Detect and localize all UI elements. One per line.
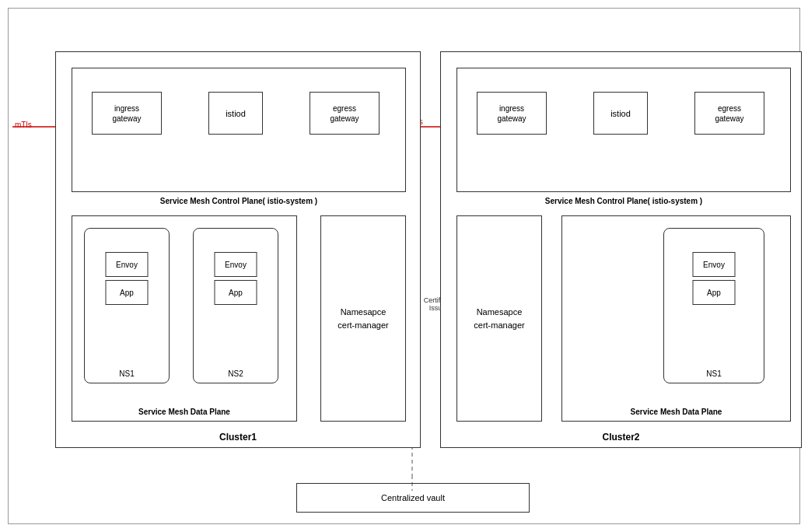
- cluster1-box: Cluster1 ingressgateway istiod egressgat…: [55, 51, 421, 448]
- cluster2-ns1-envoy-app: Envoy App: [693, 252, 736, 305]
- cluster1-cert-manager: Namesapcecert-manager: [320, 215, 406, 422]
- cluster1-data-plane-label: Service Mesh Data Plane: [138, 408, 230, 416]
- cluster1-ns2-app: App: [215, 280, 257, 305]
- cluster1-ns2-envoy-app: Envoy App: [215, 252, 257, 305]
- cluster1-ns1-app: App: [106, 280, 149, 305]
- cluster1-data-plane-box: Envoy App NS1 Envoy App NS2 Service Mesh…: [72, 215, 297, 422]
- cluster1-ns1-envoy-app: Envoy App: [106, 252, 149, 305]
- cluster1-ns1-envoy: Envoy: [106, 252, 149, 277]
- cluster2-control-plane-box: ingressgateway istiod egressgateway Serv…: [456, 68, 791, 192]
- cluster1-ns1-box: Envoy App NS1: [84, 228, 170, 383]
- cluster2-ingress-gateway: ingressgateway: [477, 92, 547, 135]
- cluster2-control-plane-label: Service Mesh Control Plane( istio-system…: [545, 197, 702, 205]
- cluster1-istiod: istiod: [208, 92, 263, 135]
- cluster2-ns1-label: NS1: [706, 369, 721, 378]
- cluster2-label: Cluster2: [602, 432, 639, 443]
- cluster1-label: Cluster1: [219, 432, 257, 443]
- cluster2-ns1-box: Envoy App NS1: [663, 228, 764, 383]
- cluster1-ingress-gateway: ingressgateway: [92, 92, 162, 135]
- cluster1-egress-gateway: egressgateway: [310, 92, 380, 135]
- cluster2-egress-gateway: egressgateway: [694, 92, 764, 135]
- cluster1-ns2-envoy: Envoy: [215, 252, 257, 277]
- cluster2-istiod: istiod: [593, 92, 648, 135]
- cluster1-control-plane-label: Service Mesh Control Plane( istio-system…: [160, 197, 317, 205]
- vault-box: Centralized vault: [296, 483, 530, 513]
- cluster2-ns1-envoy: Envoy: [693, 252, 736, 277]
- diagram-container: mTls mTls mTls CertificateIssued Cluster…: [8, 8, 800, 524]
- cluster2-data-plane-label: Service Mesh Data Plane: [631, 408, 722, 416]
- cluster1-ns1-label: NS1: [119, 369, 134, 378]
- cluster2-data-plane-box: Envoy App NS1 Service Mesh Data Plane: [561, 215, 791, 422]
- cluster2-cert-manager: Namesapcecert-manager: [456, 215, 542, 422]
- cluster2-box: Cluster2 ingressgateway istiod egressgat…: [440, 51, 802, 448]
- cluster1-control-plane-box: ingressgateway istiod egressgateway Serv…: [72, 68, 406, 192]
- cluster1-ns2-label: NS2: [228, 369, 243, 378]
- mtls-label-left: mTls: [15, 121, 32, 129]
- cluster1-ns2-box: Envoy App NS2: [193, 228, 278, 383]
- cluster2-ns1-app: App: [693, 280, 736, 305]
